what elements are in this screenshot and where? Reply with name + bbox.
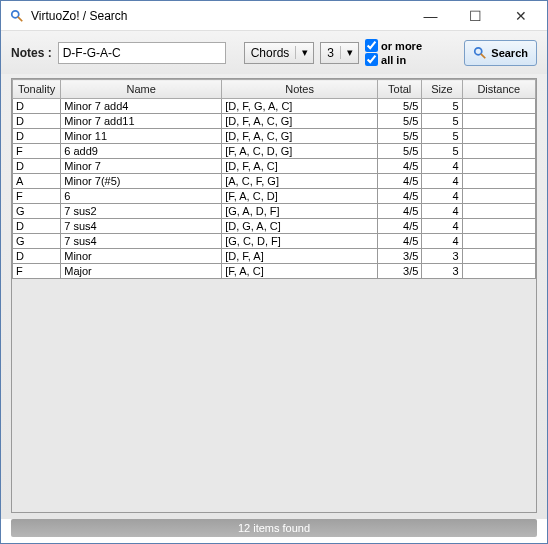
table-row[interactable]: DMinor 7[D, F, A, C]4/54 — [13, 159, 536, 174]
or-more-checkbox[interactable] — [365, 39, 378, 52]
cell-total: 4/5 — [378, 234, 422, 249]
cell-tonality: D — [13, 99, 61, 114]
cell-total: 4/5 — [378, 219, 422, 234]
cell-distance — [462, 129, 535, 144]
cell-total: 5/5 — [378, 114, 422, 129]
search-icon — [473, 46, 487, 60]
notes-input[interactable] — [58, 42, 226, 64]
cell-distance — [462, 174, 535, 189]
cell-total: 5/5 — [378, 129, 422, 144]
header-name[interactable]: Name — [61, 80, 222, 99]
cell-size: 3 — [422, 264, 462, 279]
cell-name: Minor 7 — [61, 159, 222, 174]
svg-line-1 — [18, 16, 22, 20]
cell-size: 4 — [422, 234, 462, 249]
notes-label: Notes : — [11, 46, 52, 60]
table-row[interactable]: G7 sus2[G, A, D, F]4/54 — [13, 204, 536, 219]
table-row[interactable]: F6 add9[F, A, C, D, G]5/55 — [13, 144, 536, 159]
status-bar: 12 items found — [11, 519, 537, 537]
cell-size: 4 — [422, 189, 462, 204]
cell-name: Minor 7(#5) — [61, 174, 222, 189]
cell-notes: [D, F, A] — [222, 249, 378, 264]
cell-total: 3/5 — [378, 249, 422, 264]
cell-tonality: D — [13, 219, 61, 234]
cell-distance — [462, 114, 535, 129]
cell-size: 3 — [422, 249, 462, 264]
header-distance[interactable]: Distance — [462, 80, 535, 99]
table-row[interactable]: DMinor[D, F, A]3/53 — [13, 249, 536, 264]
table-row[interactable]: F6[F, A, C, D]4/54 — [13, 189, 536, 204]
cell-notes: [A, C, F, G] — [222, 174, 378, 189]
svg-line-3 — [481, 53, 485, 57]
app-icon — [9, 8, 25, 24]
table-row[interactable]: DMinor 7 add4[D, F, G, A, C]5/55 — [13, 99, 536, 114]
cell-name: 7 sus4 — [61, 219, 222, 234]
cell-distance — [462, 264, 535, 279]
cell-tonality: D — [13, 114, 61, 129]
cell-distance — [462, 189, 535, 204]
header-total[interactable]: Total — [378, 80, 422, 99]
app-window: VirtuoZo! / Search — ☐ ✕ Notes : Chords … — [0, 0, 548, 544]
search-button[interactable]: Search — [464, 40, 537, 66]
cell-size: 5 — [422, 144, 462, 159]
cell-name: Minor 7 add4 — [61, 99, 222, 114]
cell-notes: [D, F, A, C] — [222, 159, 378, 174]
cell-distance — [462, 144, 535, 159]
count-select-value: 3 — [321, 46, 340, 60]
cell-size: 4 — [422, 219, 462, 234]
cell-total: 4/5 — [378, 189, 422, 204]
svg-point-2 — [475, 47, 482, 54]
table-row[interactable]: FMajor[F, A, C]3/53 — [13, 264, 536, 279]
mode-select-value: Chords — [245, 46, 296, 60]
filter-checkboxes: or more all in — [365, 39, 422, 66]
count-select[interactable]: 3 ▾ — [320, 42, 359, 64]
cell-distance — [462, 219, 535, 234]
window-title: VirtuoZo! / Search — [31, 9, 408, 23]
table-row[interactable]: DMinor 11[D, F, A, C, G]5/55 — [13, 129, 536, 144]
cell-distance — [462, 159, 535, 174]
cell-tonality: F — [13, 264, 61, 279]
cell-total: 4/5 — [378, 159, 422, 174]
header-notes[interactable]: Notes — [222, 80, 378, 99]
cell-distance — [462, 99, 535, 114]
cell-distance — [462, 249, 535, 264]
cell-tonality: G — [13, 204, 61, 219]
cell-notes: [G, C, D, F] — [222, 234, 378, 249]
cell-total: 5/5 — [378, 99, 422, 114]
table-row[interactable]: AMinor 7(#5)[A, C, F, G]4/54 — [13, 174, 536, 189]
cell-notes: [D, F, G, A, C] — [222, 99, 378, 114]
maximize-button[interactable]: ☐ — [453, 2, 498, 30]
table-row[interactable]: DMinor 7 add11[D, F, A, C, G]5/55 — [13, 114, 536, 129]
cell-notes: [F, A, C] — [222, 264, 378, 279]
all-in-checkbox[interactable] — [365, 53, 378, 66]
header-tonality[interactable]: Tonality — [13, 80, 61, 99]
cell-size: 5 — [422, 129, 462, 144]
or-more-checkbox-label[interactable]: or more — [365, 39, 422, 52]
cell-notes: [F, A, C, D] — [222, 189, 378, 204]
cell-notes: [D, G, A, C] — [222, 219, 378, 234]
results-table: Tonality Name Notes Total Size Distance … — [12, 79, 536, 279]
table-row[interactable]: D7 sus4[D, G, A, C]4/54 — [13, 219, 536, 234]
cell-tonality: A — [13, 174, 61, 189]
cell-tonality: D — [13, 249, 61, 264]
table-body: DMinor 7 add4[D, F, G, A, C]5/55DMinor 7… — [13, 99, 536, 279]
header-size[interactable]: Size — [422, 80, 462, 99]
results-grid: Tonality Name Notes Total Size Distance … — [11, 78, 537, 513]
mode-select[interactable]: Chords ▾ — [244, 42, 315, 64]
table-row[interactable]: G7 sus4[G, C, D, F]4/54 — [13, 234, 536, 249]
content-area: Tonality Name Notes Total Size Distance … — [1, 74, 547, 519]
cell-name: Major — [61, 264, 222, 279]
cell-tonality: D — [13, 129, 61, 144]
minimize-button[interactable]: — — [408, 2, 453, 30]
cell-distance — [462, 234, 535, 249]
svg-point-0 — [12, 10, 19, 17]
cell-distance — [462, 204, 535, 219]
cell-tonality: F — [13, 189, 61, 204]
cell-notes: [F, A, C, D, G] — [222, 144, 378, 159]
close-button[interactable]: ✕ — [498, 2, 543, 30]
all-in-checkbox-label[interactable]: all in — [365, 53, 422, 66]
cell-tonality: D — [13, 159, 61, 174]
cell-name: 7 sus4 — [61, 234, 222, 249]
table-header-row: Tonality Name Notes Total Size Distance — [13, 80, 536, 99]
toolbar: Notes : Chords ▾ 3 ▾ or more all in Sear… — [1, 31, 547, 74]
